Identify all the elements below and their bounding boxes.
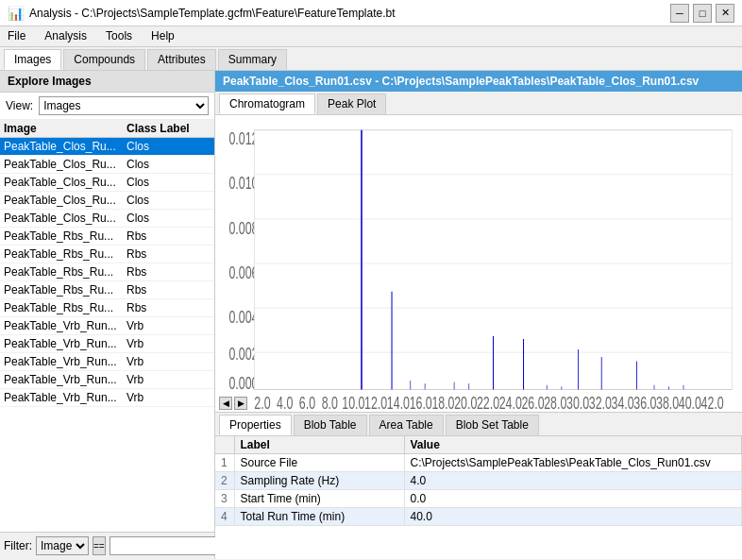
view-label: View: bbox=[6, 99, 33, 112]
property-label: Source File bbox=[234, 454, 404, 472]
image-table-header: Image Class Label bbox=[0, 120, 214, 138]
row-number: 1 bbox=[215, 454, 234, 472]
svg-text:0.004: 0.004 bbox=[228, 307, 258, 326]
svg-text:28.0: 28.0 bbox=[544, 393, 566, 412]
svg-text:34.0: 34.0 bbox=[612, 393, 634, 412]
close-button[interactable]: ✕ bbox=[716, 4, 734, 23]
properties-content: Label Value 1Source FileC:\Projects\Samp… bbox=[215, 436, 742, 559]
image-list: PeakTable_Clos_Ru...ClosPeakTable_Clos_R… bbox=[0, 138, 214, 532]
svg-text:4.0: 4.0 bbox=[277, 393, 293, 412]
svg-text:0.008: 0.008 bbox=[228, 218, 258, 237]
image-class: Clos bbox=[126, 140, 149, 153]
view-select[interactable]: Images bbox=[39, 96, 209, 115]
svg-text:0.010: 0.010 bbox=[228, 174, 258, 193]
window-title: Analysis - C:\Projects\SampleTemplate.gc… bbox=[29, 7, 396, 20]
col-header-value: Value bbox=[404, 436, 742, 454]
svg-text:20.0: 20.0 bbox=[454, 393, 477, 412]
property-value: 40.0 bbox=[404, 508, 742, 526]
image-row[interactable]: PeakTable_Vrb_Run...Vrb bbox=[0, 371, 214, 389]
property-value: 4.0 bbox=[404, 472, 742, 490]
image-name: PeakTable_Rbs_Ru... bbox=[4, 301, 126, 314]
image-row[interactable]: PeakTable_Rbs_Ru...Rbs bbox=[0, 299, 214, 317]
tab-peak-plot[interactable]: Peak Plot bbox=[317, 93, 386, 114]
col-header-image: Image bbox=[4, 122, 126, 135]
svg-text:10.0: 10.0 bbox=[342, 393, 364, 412]
image-name: PeakTable_Clos_Ru... bbox=[4, 140, 126, 153]
svg-text:2.0: 2.0 bbox=[254, 393, 270, 412]
tab-compounds[interactable]: Compounds bbox=[63, 49, 145, 70]
window-controls: ─ □ ✕ bbox=[670, 4, 734, 23]
property-row: 2Sampling Rate (Hz)4.0 bbox=[215, 472, 742, 490]
properties-table: Label Value 1Source FileC:\Projects\Samp… bbox=[215, 436, 742, 526]
title-bar: 📊 Analysis - C:\Projects\SampleTemplate.… bbox=[0, 0, 742, 26]
menu-analysis[interactable]: Analysis bbox=[41, 28, 91, 44]
image-row[interactable]: PeakTable_Clos_Ru...Clos bbox=[0, 138, 214, 156]
tab-properties[interactable]: Properties bbox=[219, 415, 292, 435]
scroll-left-arrow[interactable]: ◀ bbox=[219, 397, 232, 410]
title-bar-left: 📊 Analysis - C:\Projects\SampleTemplate.… bbox=[8, 6, 396, 21]
image-name: PeakTable_Rbs_Ru... bbox=[4, 265, 126, 279]
image-name: PeakTable_Vrb_Run... bbox=[4, 355, 126, 368]
svg-text:0.012: 0.012 bbox=[228, 129, 258, 148]
property-label: Sampling Rate (Hz) bbox=[234, 472, 404, 490]
image-row[interactable]: PeakTable_Rbs_Ru...Rbs bbox=[0, 246, 214, 263]
image-row[interactable]: PeakTable_Clos_Ru...Clos bbox=[0, 156, 214, 174]
menu-file[interactable]: File bbox=[4, 28, 29, 44]
tab-area-table[interactable]: Area Table bbox=[369, 415, 444, 435]
image-row[interactable]: PeakTable_Clos_Ru...Clos bbox=[0, 210, 214, 228]
filter-type-select[interactable]: Image bbox=[36, 536, 89, 555]
tab-attributes[interactable]: Attributes bbox=[147, 49, 216, 70]
image-row[interactable]: PeakTable_Rbs_Ru...Rbs bbox=[0, 263, 214, 281]
image-row[interactable]: PeakTable_Rbs_Ru...Rbs bbox=[0, 228, 214, 246]
image-name: PeakTable_Clos_Ru... bbox=[4, 194, 126, 207]
svg-text:6.0: 6.0 bbox=[299, 393, 315, 412]
property-row: 1Source FileC:\Projects\SamplePeakTables… bbox=[215, 454, 742, 472]
image-row[interactable]: PeakTable_Rbs_Ru...Rbs bbox=[0, 281, 214, 299]
image-name: PeakTable_Clos_Ru... bbox=[4, 176, 126, 189]
chart-area: 0.012 0.010 0.008 0.006 0.004 0.002 0.00… bbox=[215, 115, 742, 413]
scroll-right-arrow[interactable]: ▶ bbox=[234, 397, 247, 410]
svg-text:0.006: 0.006 bbox=[228, 263, 258, 281]
svg-text:16.0: 16.0 bbox=[410, 393, 432, 412]
svg-text:42.0: 42.0 bbox=[701, 393, 724, 412]
right-panel: PeakTable_Clos_Run01.csv - C:\Projects\S… bbox=[215, 71, 742, 559]
image-class: Clos bbox=[126, 212, 149, 225]
image-row[interactable]: PeakTable_Vrb_Run...Vrb bbox=[0, 353, 214, 371]
image-row[interactable]: PeakTable_Vrb_Run...Vrb bbox=[0, 335, 214, 353]
col-header-class: Class Label bbox=[126, 122, 190, 135]
svg-text:18.0: 18.0 bbox=[431, 393, 454, 412]
minimize-button[interactable]: ─ bbox=[670, 4, 689, 23]
property-value: C:\Projects\SamplePeakTables\PeakTable_C… bbox=[404, 454, 742, 472]
col-header-num bbox=[215, 436, 234, 454]
property-value: 0.0 bbox=[404, 490, 742, 508]
image-name: PeakTable_Rbs_Ru... bbox=[4, 247, 126, 261]
tab-images[interactable]: Images bbox=[4, 49, 61, 70]
svg-text:12.0: 12.0 bbox=[364, 393, 387, 412]
image-row[interactable]: PeakTable_Clos_Ru...Clos bbox=[0, 192, 214, 210]
tab-blob-set-table[interactable]: Blob Set Table bbox=[446, 415, 539, 435]
svg-text:38.0: 38.0 bbox=[656, 393, 679, 412]
menu-bar: File Analysis Tools Help bbox=[0, 26, 742, 47]
svg-text:RT (min): RT (min) bbox=[465, 411, 511, 412]
tab-summary[interactable]: Summary bbox=[218, 49, 287, 70]
svg-text:32.0: 32.0 bbox=[589, 393, 612, 412]
property-label: Total Run Time (min) bbox=[234, 508, 404, 526]
property-row: 4Total Run Time (min)40.0 bbox=[215, 508, 742, 526]
svg-text:40.0: 40.0 bbox=[679, 393, 701, 412]
menu-tools[interactable]: Tools bbox=[102, 28, 136, 44]
image-row[interactable]: PeakTable_Vrb_Run...Vrb bbox=[0, 389, 214, 407]
image-name: PeakTable_Vrb_Run... bbox=[4, 319, 126, 332]
maximize-button[interactable]: □ bbox=[693, 4, 712, 23]
image-row[interactable]: PeakTable_Clos_Ru...Clos bbox=[0, 174, 214, 192]
tab-chromatogram[interactable]: Chromatogram bbox=[219, 93, 315, 114]
image-class: Rbs bbox=[126, 265, 146, 279]
property-label: Start Time (min) bbox=[234, 490, 404, 508]
menu-help[interactable]: Help bbox=[147, 28, 178, 44]
image-class: Clos bbox=[126, 158, 149, 171]
explore-images-header: Explore Images bbox=[0, 71, 214, 93]
image-row[interactable]: PeakTable_Vrb_Run...Vrb bbox=[0, 317, 214, 335]
filter-operator-button[interactable]: == bbox=[93, 536, 106, 555]
svg-text:26.0: 26.0 bbox=[521, 393, 544, 412]
svg-text:0.000: 0.000 bbox=[228, 374, 258, 393]
tab-blob-table[interactable]: Blob Table bbox=[294, 415, 367, 435]
